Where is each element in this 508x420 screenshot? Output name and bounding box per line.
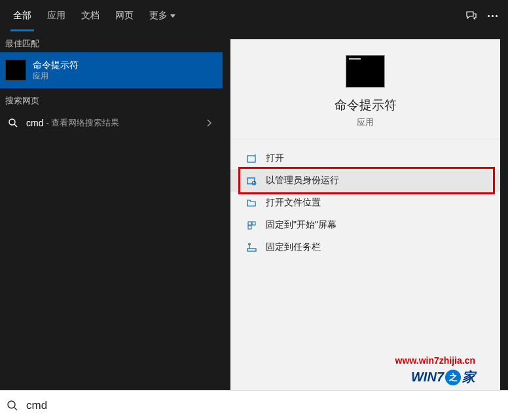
action-open-location[interactable]: 打开文件位置 (230, 192, 500, 214)
svg-rect-8 (247, 249, 256, 251)
watermark-logo: WIN7之家 (395, 368, 475, 386)
search-input[interactable] (26, 399, 501, 412)
tab-documents[interactable]: 文档 (73, 0, 107, 31)
admin-icon (246, 175, 257, 186)
pin-taskbar-icon (246, 242, 257, 253)
preview-subtitle: 应用 (357, 116, 374, 128)
watermark-url: www.win7zhijia.cn (395, 355, 475, 366)
tab-more-label: 更多 (149, 10, 168, 22)
feedback-icon[interactable] (465, 10, 477, 22)
best-match-header: 最佳匹配 (0, 31, 223, 52)
more-options-icon[interactable] (488, 15, 498, 17)
preview-actions: 打开 以管理员身份运行 打开文件位置 固定到"开始"屏幕 (230, 139, 500, 266)
tab-all[interactable]: 全部 (5, 0, 39, 31)
web-search-item[interactable]: cmd - 查看网络搜索结果 (0, 109, 223, 137)
web-query-text: cmd (26, 118, 43, 128)
tab-web[interactable]: 网页 (107, 0, 141, 31)
preview-pane: 命令提示符 应用 打开 以管理员身份运行 打开文件位置 (230, 39, 500, 390)
watermark: www.win7zhijia.cn WIN7之家 (395, 355, 475, 386)
search-icon (7, 400, 18, 411)
chevron-down-icon (170, 14, 175, 18)
action-open[interactable]: 打开 (230, 147, 500, 169)
svg-rect-5 (248, 222, 251, 225)
search-icon (8, 118, 18, 128)
filter-tabs: 全部 应用 文档 网页 更多 (5, 0, 183, 31)
tab-more[interactable]: 更多 (141, 0, 183, 31)
cmd-thumbnail-icon (5, 60, 26, 80)
results-pane: 最佳匹配 命令提示符 应用 搜索网页 cmd - 查看网络搜索结果 (0, 31, 223, 390)
action-open-label: 打开 (266, 152, 284, 164)
content-area: 最佳匹配 命令提示符 应用 搜索网页 cmd - 查看网络搜索结果 命令提示符 … (0, 31, 508, 390)
svg-line-12 (14, 408, 17, 410)
action-run-admin-label: 以管理员身份运行 (266, 175, 339, 186)
svg-rect-2 (247, 156, 255, 162)
svg-rect-3 (247, 178, 255, 184)
svg-line-1 (14, 124, 17, 127)
action-pin-start[interactable]: 固定到"开始"屏幕 (230, 214, 500, 236)
svg-point-11 (8, 401, 15, 408)
action-pin-start-label: 固定到"开始"屏幕 (266, 219, 336, 231)
svg-rect-7 (248, 226, 251, 229)
best-match-subtitle: 应用 (33, 71, 217, 82)
tab-apps[interactable]: 应用 (39, 0, 73, 31)
chevron-right-icon (207, 119, 212, 127)
svg-point-0 (9, 119, 15, 125)
web-hint-text: - 查看网络搜索结果 (46, 117, 119, 129)
best-match-item[interactable]: 命令提示符 应用 (0, 52, 223, 88)
cmd-preview-icon (346, 55, 385, 88)
action-run-admin[interactable]: 以管理员身份运行 (230, 169, 500, 192)
folder-icon (246, 198, 257, 208)
open-icon (246, 153, 257, 164)
svg-rect-6 (252, 222, 255, 225)
pin-start-icon (246, 220, 257, 230)
preview-title: 命令提示符 (335, 97, 397, 114)
action-pin-taskbar[interactable]: 固定到任务栏 (230, 236, 500, 258)
preview-header: 命令提示符 应用 (230, 39, 500, 139)
best-match-text: 命令提示符 应用 (33, 59, 217, 82)
header-actions (465, 10, 503, 22)
web-search-header: 搜索网页 (0, 88, 223, 109)
best-match-title: 命令提示符 (33, 59, 217, 71)
svg-point-4 (252, 181, 256, 185)
header-bar: 全部 应用 文档 网页 更多 (0, 0, 508, 31)
action-pin-taskbar-label: 固定到任务栏 (266, 241, 321, 253)
search-bar (0, 390, 508, 420)
action-open-location-label: 打开文件位置 (266, 197, 321, 209)
